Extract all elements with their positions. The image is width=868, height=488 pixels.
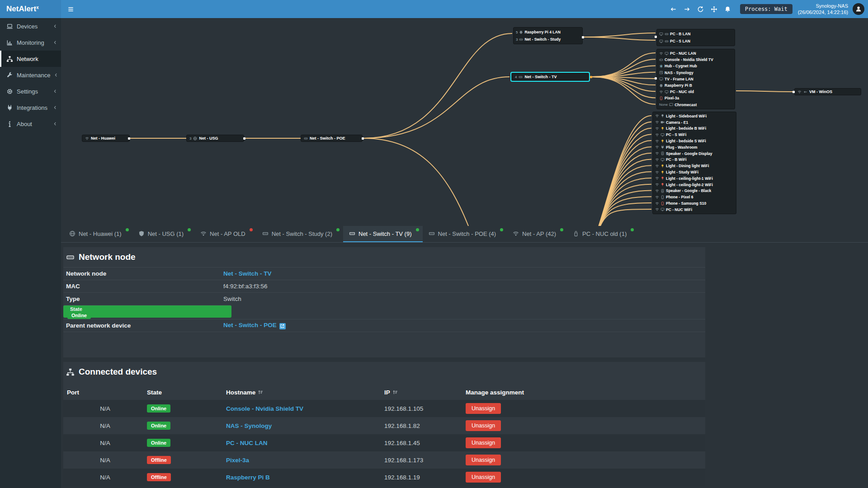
topology-device-console-nvidia-shield-tv[interactable]: Console - Nvidia Shield TV <box>657 56 735 63</box>
topology-selected-node[interactable]: 4Net - Switch - TV <box>510 72 590 82</box>
tab-net-switch-poe[interactable]: Net - Switch - POE (4) <box>423 226 507 242</box>
topology-node-vm-winos[interactable]: VM - WinOS <box>794 88 861 95</box>
topology-device-pc-nuc-old[interactable]: PC - NUC old <box>657 89 735 95</box>
topology-device-pc-nuc-wifi[interactable]: PC - NUC WiFi <box>653 206 736 213</box>
topology-device-camera-e1[interactable]: Camera - E1 <box>653 119 736 126</box>
hostname-link[interactable]: Console - Nvidia Shield TV <box>226 405 303 412</box>
tab-icon <box>200 230 207 237</box>
eth-icon <box>519 38 523 42</box>
device-label: PC - B LAN <box>670 32 690 36</box>
external-link-icon[interactable] <box>279 323 286 329</box>
tab-net-switch-study[interactable]: Net - Switch - Study (2) <box>256 226 343 242</box>
topology-device-plug-washroom[interactable]: Plug - Washroom <box>653 144 736 150</box>
sidebar-item-icon <box>6 23 13 30</box>
state-badge: Online <box>147 422 170 430</box>
topology-device-pixel-3a[interactable]: Pixel-3a <box>657 95 735 101</box>
device-label: Net - Switch - TV <box>524 75 557 79</box>
pi-icon <box>659 84 663 88</box>
sidebar-item-about[interactable]: About <box>0 116 61 132</box>
topology-device-nas-synology[interactable]: NAS - Synology <box>657 70 735 76</box>
sidebar-item-settings[interactable]: Settings <box>0 83 61 99</box>
topology-device-phone-pixel-6[interactable]: Phone - Pixel 6 <box>653 194 736 200</box>
tab-pc-nuc-old[interactable]: PC - NUC old (1) <box>567 226 637 242</box>
topology-node-net-switch-poe[interactable]: Net - Switch - POE <box>301 135 363 142</box>
topology-device-raspberry-pi-4-lan[interactable]: 5Raspberry Pi 4 LAN <box>514 28 582 36</box>
device-label: Net - Switch - POE <box>310 136 345 141</box>
sort-hostname-icon[interactable] <box>258 389 263 395</box>
tab-net-ap-old[interactable]: Net - AP OLD <box>194 226 256 242</box>
unassign-button[interactable]: Unassign <box>466 437 501 448</box>
pan-move-button[interactable] <box>708 0 721 18</box>
topology-device-light-study-wifi[interactable]: Light - Study WiFi <box>653 169 736 175</box>
topology-device-light-sideboard-wifi[interactable]: Light - Sideboard WiFi <box>653 113 736 119</box>
tab-net-ap[interactable]: Net - AP (42) <box>507 226 567 242</box>
topology-group-study: 5Raspberry Pi 4 LAN3Net - Switch - Study <box>513 27 583 44</box>
topology-device-light-bedside-s-wifi[interactable]: Light - bedside S WiFi <box>653 138 736 144</box>
topology-device-light-ceiling-light-2-wifi[interactable]: Light - ceiling-light-2 WiFi <box>653 182 736 188</box>
user-avatar[interactable] <box>853 3 864 15</box>
detail-value: Net - Switch - TV <box>223 270 272 277</box>
column-manage: Manage assignment <box>466 389 705 396</box>
connector-dot <box>793 91 795 93</box>
pi-icon <box>519 30 523 34</box>
status-dot <box>416 228 419 231</box>
topology-node-net-usg[interactable]: 3Net - USG <box>186 135 244 142</box>
tab-net-huawei[interactable]: Net - Huawei (1) <box>63 226 132 242</box>
topology-device-pc-s-wifi[interactable]: PC - S WiFi <box>653 131 736 138</box>
topology-device-tv-frame-lan[interactable]: TV - Frame LAN <box>657 76 735 82</box>
nav-back-button[interactable] <box>667 0 680 18</box>
sidebar-item-network[interactable]: Network <box>0 51 61 67</box>
topology-device-hub-cygnet-hub[interactable]: Hub - Cygnet Hub <box>657 63 735 69</box>
detail-value-text[interactable]: Net - Switch - TV <box>223 270 272 277</box>
detail-value-text: f4:92:bf:a3:f3:56 <box>223 283 268 290</box>
topology-device-pc-s-lan[interactable]: PC - S LAN <box>657 38 735 45</box>
sidebar-item-integrations[interactable]: Integrations <box>0 99 61 116</box>
sidebar-item-devices[interactable]: Devices <box>0 18 61 34</box>
topology-device-pc-nuc-lan[interactable]: PC - NUC LAN <box>657 50 735 56</box>
detail-label: Parent network device <box>63 322 223 329</box>
hostname-link[interactable]: PC - NUC LAN <box>226 440 268 446</box>
topology-device-net-switch-study[interactable]: 3Net - Switch - Study <box>514 36 582 43</box>
unassign-button[interactable]: Unassign <box>466 403 501 414</box>
device-label: Hub - Cygnet Hub <box>665 64 697 68</box>
device-label: Phone - Samsung S10 <box>666 201 706 206</box>
topology-device-light-bedside-b-wifi[interactable]: Light - bedside B WiFi <box>653 126 736 132</box>
topology-node-net-huawei[interactable]: Net - Huawei <box>82 135 130 142</box>
notifications-bell-icon[interactable] <box>721 0 735 18</box>
sidebar-item-maintenance[interactable]: Maintenance <box>0 67 61 83</box>
topology-node-net-switch-tv[interactable]: 4Net - Switch - TV <box>512 73 589 80</box>
hostname-link[interactable]: Pixel-3a <box>226 457 249 464</box>
network-topology-diagram[interactable]: Net - Huawei3Net - USGNet - Switch - POE… <box>61 18 868 226</box>
topology-device-speaker-google-display[interactable]: Speaker - Google Display <box>653 150 736 157</box>
topology-device-pc-b-wifi[interactable]: PC - B WiFi <box>653 157 736 163</box>
topology-device-phone-samsung-s10[interactable]: Phone - Samsung S10 <box>653 200 736 206</box>
sidebar-item-monitoring[interactable]: Monitoring <box>0 34 61 51</box>
detail-value-text[interactable]: Net - Switch - POE <box>223 322 277 328</box>
topology-device-raspberry-pi-b[interactable]: Raspberry Pi B <box>657 82 735 89</box>
topology-device-speaker-google-black[interactable]: Speaker - Google - Black <box>653 188 736 194</box>
sidebar-item-label: Devices <box>17 23 49 30</box>
topology-group-wifi: Light - Sideboard WiFiCamera - E1Light -… <box>652 112 736 214</box>
bulb-icon <box>660 170 665 174</box>
refresh-button[interactable] <box>694 0 708 18</box>
app-logo[interactable]: NetAlertx <box>0 0 61 18</box>
hostname-link[interactable]: NAS - Synology <box>226 422 272 429</box>
tab-net-usg[interactable]: Net - USG (1) <box>132 226 194 242</box>
detail-row: Type Switch <box>63 292 705 305</box>
connected-table-body: N/A Online Console - Nvidia Shield TV 19… <box>63 400 705 486</box>
unassign-button[interactable]: Unassign <box>466 455 501 465</box>
device-label: Net - USG <box>199 136 218 141</box>
tab-icon <box>262 230 269 237</box>
topology-device-light-dining-light-wifi[interactable]: Light - Dining light WiFi <box>653 163 736 169</box>
sidebar-toggle-button[interactable] <box>64 0 77 18</box>
topology-device-pc-b-lan[interactable]: PC - B LAN <box>657 30 735 38</box>
topology-device-chromecast[interactable]: NoneChromecast <box>657 102 735 108</box>
nav-forward-button[interactable] <box>680 0 694 18</box>
hostname-link[interactable]: Raspberry Pi B <box>226 474 270 481</box>
topology-device-light-ceiling-light-1-wifi[interactable]: Light - ceiling-light-1 WiFi <box>653 175 736 182</box>
eth-icon <box>304 136 308 141</box>
sort-ip-icon[interactable] <box>392 389 398 395</box>
unassign-button[interactable]: Unassign <box>466 472 501 483</box>
unassign-button[interactable]: Unassign <box>466 420 501 431</box>
tab-net-switch-tv[interactable]: Net - Switch - TV (9) <box>343 226 423 242</box>
